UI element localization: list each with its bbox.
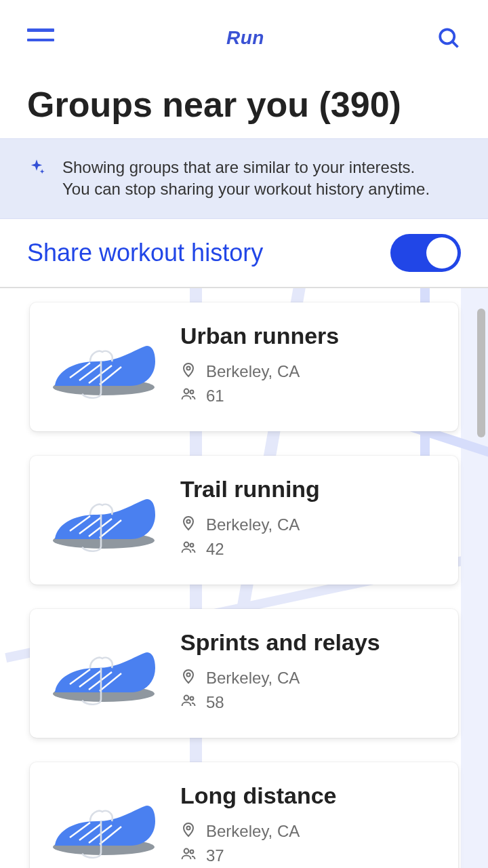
svg-point-15 <box>186 827 190 830</box>
top-bar: Run <box>0 0 488 57</box>
group-members-row: 58 <box>180 692 439 713</box>
people-icon <box>180 386 197 406</box>
group-members: 42 <box>206 540 224 559</box>
svg-point-5 <box>190 391 194 394</box>
share-history-toggle[interactable] <box>390 234 461 272</box>
search-icon[interactable] <box>436 26 461 50</box>
group-card[interactable]: Trail running Berkeley, CA 42 <box>30 456 458 585</box>
svg-point-8 <box>184 542 189 547</box>
group-location: Berkeley, CA <box>206 362 300 381</box>
group-members: 37 <box>206 846 224 865</box>
info-banner: Showing groups that are similar to your … <box>0 138 488 219</box>
svg-line-1 <box>453 42 458 47</box>
group-location: Berkeley, CA <box>206 515 300 534</box>
svg-point-12 <box>184 696 189 701</box>
group-location: Berkeley, CA <box>206 669 300 688</box>
pin-icon <box>180 668 197 688</box>
group-members-row: 37 <box>180 846 439 866</box>
svg-point-0 <box>440 29 454 43</box>
svg-point-3 <box>186 367 190 370</box>
group-name: Long distance <box>180 783 439 809</box>
group-name: Trail running <box>180 476 439 502</box>
group-members: 58 <box>206 693 224 712</box>
sparkle-icon <box>27 158 46 180</box>
pin-icon <box>180 821 197 842</box>
shoe-icon <box>46 333 161 401</box>
group-location-row: Berkeley, CA <box>180 668 439 688</box>
people-icon <box>180 539 197 559</box>
scrollbar-thumb[interactable] <box>477 309 485 437</box>
group-card[interactable]: Sprints and relays Berkeley, CA 58 <box>30 609 458 738</box>
svg-point-11 <box>186 673 190 677</box>
banner-text: Showing groups that are similar to your … <box>62 157 430 201</box>
app-title: Run <box>226 27 264 49</box>
pin-icon <box>180 515 197 535</box>
group-location-row: Berkeley, CA <box>180 821 439 842</box>
shoe-icon <box>46 639 161 707</box>
group-name: Urban runners <box>180 323 439 349</box>
pin-icon <box>180 361 197 382</box>
hamburger-menu-icon[interactable] <box>27 28 54 47</box>
shoe-icon <box>46 486 161 554</box>
group-name: Sprints and relays <box>180 629 439 656</box>
svg-point-13 <box>190 697 194 701</box>
svg-point-16 <box>184 849 189 854</box>
group-location-row: Berkeley, CA <box>180 361 439 382</box>
group-card[interactable]: Urban runners Berkeley, CA 61 <box>30 302 458 431</box>
group-location-row: Berkeley, CA <box>180 515 439 535</box>
page-title: Groups near you (390) <box>0 57 488 138</box>
people-icon <box>180 846 197 866</box>
group-members-row: 42 <box>180 539 439 559</box>
group-members: 61 <box>206 387 224 406</box>
share-history-label: Share workout history <box>27 239 263 267</box>
svg-point-7 <box>186 520 190 524</box>
page-title-text: Groups near you (390) <box>27 85 401 124</box>
shoe-icon <box>46 793 161 861</box>
share-history-row: Share workout history <box>0 219 488 288</box>
group-location: Berkeley, CA <box>206 822 300 841</box>
group-members-row: 61 <box>180 386 439 406</box>
svg-point-4 <box>184 389 189 394</box>
svg-point-9 <box>190 544 194 547</box>
groups-scroll-area: Urban runners Berkeley, CA 61 Trail runn… <box>0 288 488 868</box>
people-icon <box>180 692 197 713</box>
group-card[interactable]: Long distance Berkeley, CA 37 <box>30 762 458 868</box>
svg-point-17 <box>190 850 194 854</box>
